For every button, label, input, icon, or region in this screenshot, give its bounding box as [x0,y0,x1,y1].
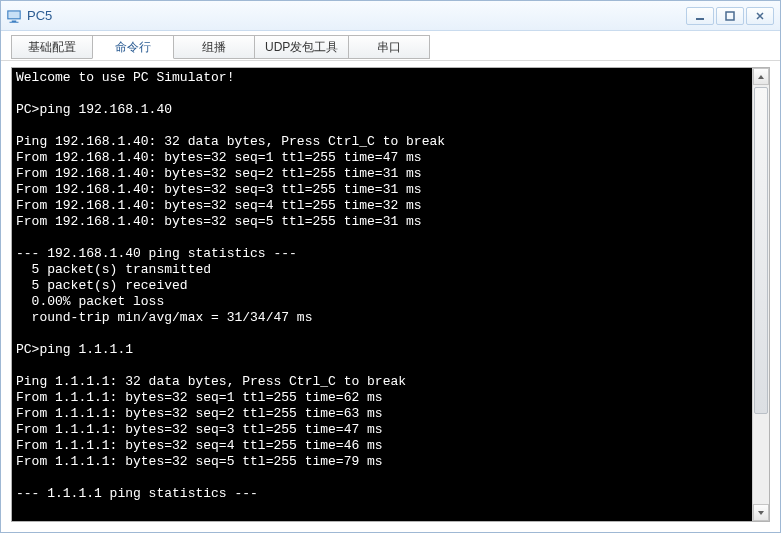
tab-basic-config[interactable]: 基础配置 [11,35,93,59]
scroll-track[interactable] [753,85,769,504]
scroll-thumb[interactable] [754,87,768,414]
terminal-wrap: Welcome to use PC Simulator! PC>ping 192… [11,67,770,522]
scroll-up-button[interactable] [753,68,769,85]
tab-bar: 基础配置 命令行 组播 UDP发包工具 串口 [1,31,780,61]
tab-serial[interactable]: 串口 [348,35,430,59]
tab-udp-tool[interactable]: UDP发包工具 [254,35,349,59]
content-area: Welcome to use PC Simulator! PC>ping 192… [1,61,780,532]
app-icon [5,7,23,25]
maximize-button[interactable] [716,7,744,25]
scrollbar[interactable] [752,68,769,521]
titlebar: PC5 [1,1,780,31]
tab-command-line[interactable]: 命令行 [92,35,174,59]
window-buttons [684,7,774,25]
close-button[interactable] [746,7,774,25]
scroll-down-button[interactable] [753,504,769,521]
window-title: PC5 [27,8,684,23]
svg-rect-0 [696,18,704,20]
svg-rect-1 [726,12,734,20]
tab-multicast[interactable]: 组播 [173,35,255,59]
terminal-output[interactable]: Welcome to use PC Simulator! PC>ping 192… [12,68,752,521]
minimize-button[interactable] [686,7,714,25]
